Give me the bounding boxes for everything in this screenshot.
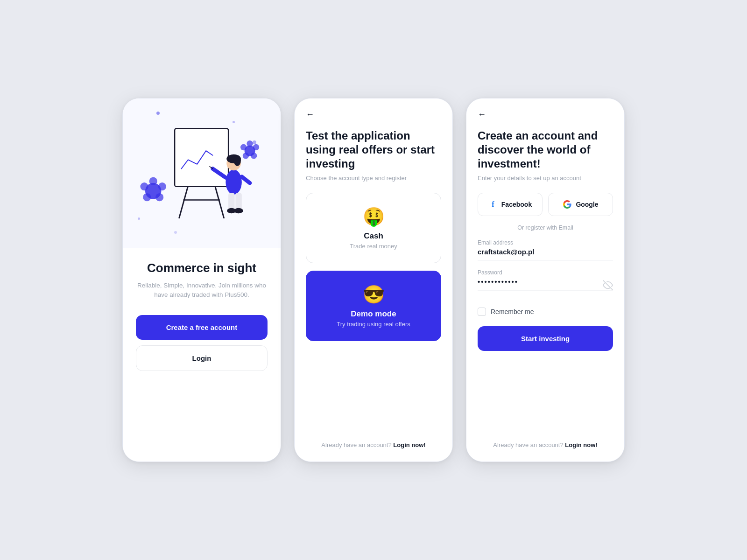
svg-point-19 — [234, 155, 241, 166]
svg-point-16 — [226, 169, 242, 195]
google-button[interactable]: Google — [548, 193, 613, 216]
cash-option-card[interactable]: 🤑 Cash Trade real money — [306, 193, 441, 263]
svg-point-11 — [247, 140, 253, 147]
demo-emoji: 😎 — [363, 284, 385, 305]
svg-point-6 — [158, 182, 166, 190]
svg-point-13 — [251, 153, 257, 159]
remember-me-row: Remember me — [478, 308, 613, 316]
screen1: Commerce in sight Reliable, Simple, Inno… — [123, 98, 281, 462]
screen2: ← Test the application using real offers… — [295, 98, 452, 462]
screen1-content: Commerce in sight Reliable, Simple, Inno… — [123, 248, 281, 447]
svg-line-21 — [242, 177, 250, 183]
or-divider: Or register with Email — [478, 224, 613, 231]
login-button[interactable]: Login — [136, 345, 268, 371]
already-account-text: Already have an account? Login now! — [306, 441, 441, 448]
back-button[interactable]: ← — [306, 110, 441, 119]
cash-option-title: Cash — [364, 231, 383, 241]
screens-container: Commerce in sight Reliable, Simple, Inno… — [122, 98, 625, 462]
back-button-3[interactable]: ← — [478, 110, 613, 119]
create-account-button[interactable]: Create a free account — [136, 315, 268, 340]
screen1-subtitle: Reliable, Simple, Innovative. Join milli… — [136, 281, 268, 300]
demo-option-desc: Try trading using real offers — [337, 321, 410, 328]
screen2-title: Test the application using real offers o… — [306, 129, 441, 171]
toggle-password-icon[interactable] — [603, 280, 613, 293]
demo-option-title: Demo mode — [351, 309, 396, 319]
social-buttons: f Facebook Google — [478, 193, 613, 216]
cash-option-desc: Trade real money — [350, 243, 397, 250]
screen3: ← Create an account and discover the wor… — [466, 98, 624, 462]
screen1-frame: Commerce in sight Reliable, Simple, Inno… — [122, 98, 281, 462]
svg-point-12 — [253, 144, 259, 150]
screen1-title: Commerce in sight — [147, 261, 256, 275]
email-label: Email address — [478, 239, 613, 246]
facebook-icon: f — [488, 200, 498, 209]
remember-me-checkbox[interactable] — [478, 308, 486, 316]
already-account-text-3: Already have an account? Login now! — [478, 441, 613, 448]
demo-option-card[interactable]: 😎 Demo mode Try trading using real offer… — [306, 271, 441, 341]
hero-illustration — [134, 110, 268, 237]
screen3-title: Create an account and discover the world… — [478, 129, 613, 171]
svg-point-8 — [143, 193, 151, 201]
start-investing-button[interactable]: Start investing — [478, 326, 613, 351]
password-label: Password — [478, 269, 613, 276]
svg-point-7 — [155, 193, 163, 201]
svg-rect-23 — [236, 193, 242, 210]
email-field: Email address craftstack@op.pl — [478, 239, 613, 269]
screen3-subtitle: Enter your details to set up an account — [478, 175, 613, 182]
svg-point-15 — [240, 144, 247, 150]
screen2-frame: ← Test the application using real offers… — [294, 98, 453, 462]
facebook-button[interactable]: f Facebook — [478, 193, 543, 216]
svg-point-14 — [243, 153, 249, 159]
svg-rect-22 — [228, 193, 234, 210]
password-field: Password •••••••••••• — [478, 269, 613, 299]
login-now-link[interactable]: Login now! — [393, 441, 425, 448]
svg-point-9 — [141, 182, 148, 190]
screen3-frame: ← Create an account and discover the wor… — [466, 98, 625, 462]
google-icon — [563, 200, 572, 209]
cash-emoji: 🤑 — [363, 206, 385, 227]
illustration-area — [123, 98, 281, 248]
remember-me-label: Remember me — [491, 308, 534, 315]
screen2-subtitle: Choose the account type and register — [306, 175, 441, 182]
login-now-link-3[interactable]: Login now! — [565, 441, 597, 448]
svg-point-25 — [234, 208, 243, 213]
email-value[interactable]: craftstack@op.pl — [478, 248, 613, 261]
svg-point-5 — [149, 177, 157, 185]
password-value[interactable]: •••••••••••• — [478, 278, 613, 291]
